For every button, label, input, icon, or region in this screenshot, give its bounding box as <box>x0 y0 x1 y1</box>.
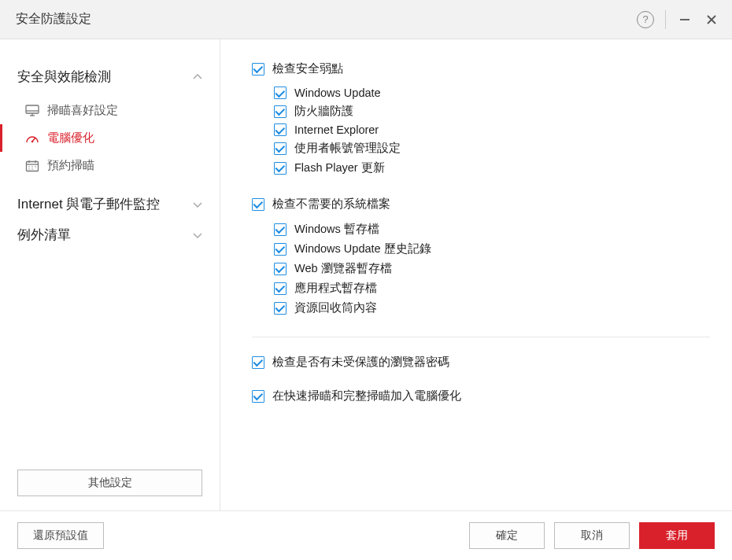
sidebar-section-title: 安全與效能檢測 <box>17 68 111 86</box>
check-label: 在快速掃瞄和完整掃瞄加入電腦優化 <box>272 389 461 403</box>
sidebar-item-scheduled-scan[interactable]: 預約掃瞄 <box>0 152 220 179</box>
help-icon[interactable]: ? <box>637 11 654 28</box>
svg-point-14 <box>31 166 32 167</box>
chevron-up-icon <box>193 72 202 82</box>
check-label: Internet Explorer <box>294 123 379 136</box>
sidebar-section-title: Internet 與電子郵件監控 <box>17 195 160 213</box>
sidebar-item-scan-preferences[interactable]: 掃瞄喜好設定 <box>0 97 220 124</box>
check-group-security-weakness: 檢查安全弱點 Windows Update 防火牆防護 Internet Exp… <box>252 61 710 178</box>
ok-button[interactable]: 確定 <box>469 522 545 549</box>
check-label: 應用程式暫存檔 <box>294 281 377 296</box>
other-settings-button[interactable]: 其他設定 <box>17 470 202 496</box>
sidebar-item-pc-optimization[interactable]: 電腦優化 <box>0 124 220 152</box>
restore-defaults-button[interactable]: 還原預設值 <box>17 522 104 549</box>
apply-button[interactable]: 套用 <box>639 522 715 549</box>
checkbox-internet-explorer[interactable] <box>274 123 287 136</box>
content-panel: 檢查安全弱點 Windows Update 防火牆防護 Internet Exp… <box>220 39 732 510</box>
svg-point-17 <box>31 168 32 169</box>
check-label: 資源回收筒內容 <box>294 300 377 315</box>
checkbox-windows-update[interactable] <box>274 87 287 99</box>
check-label: 檢查安全弱點 <box>272 61 343 76</box>
chevron-down-icon <box>193 200 202 209</box>
footer: 還原預設值 確定 取消 套用 <box>0 510 732 560</box>
checkbox-windows-temp[interactable] <box>274 223 287 236</box>
checkbox-security-weakness[interactable] <box>252 63 264 76</box>
check-label: 檢查是否有未受保護的瀏覽器密碼 <box>272 355 449 370</box>
svg-point-16 <box>28 168 29 169</box>
svg-point-13 <box>28 166 29 167</box>
checkbox-user-account[interactable] <box>274 142 287 155</box>
calendar-icon <box>25 159 39 173</box>
monitor-icon <box>25 104 39 118</box>
sidebar: 安全與效能檢測 掃瞄喜好設定 <box>0 39 220 510</box>
sidebar-item-label: 預約掃瞄 <box>47 158 94 173</box>
titlebar: 安全防護設定 ? <box>0 0 732 39</box>
minimize-button[interactable] <box>677 12 693 28</box>
check-group-unnecessary-files: 檢查不需要的系統檔案 Windows 暫存檔 Windows Update 歷史… <box>252 197 710 318</box>
sidebar-section-security-performance[interactable]: 安全與效能檢測 <box>0 61 220 92</box>
checkbox-add-to-scans[interactable] <box>252 390 264 403</box>
check-label: 檢查不需要的系統檔案 <box>272 197 390 212</box>
separator <box>252 337 710 337</box>
check-label: 使用者帳號管理設定 <box>294 141 401 156</box>
checkbox-unnecessary-files[interactable] <box>252 198 264 211</box>
svg-point-8 <box>31 140 34 142</box>
sidebar-section-exceptions[interactable]: 例外清單 <box>0 219 220 250</box>
sidebar-section-title: 例外清單 <box>17 226 71 244</box>
close-button[interactable] <box>704 12 719 28</box>
checkbox-windows-update-history[interactable] <box>274 243 287 256</box>
cancel-button[interactable]: 取消 <box>554 522 630 549</box>
svg-point-15 <box>35 166 35 167</box>
check-label: Windows Update 歷史記錄 <box>294 241 431 256</box>
check-label: Windows Update <box>294 87 381 99</box>
sidebar-section-internet-email[interactable]: Internet 與電子郵件監控 <box>0 189 220 219</box>
check-label: Flash Player 更新 <box>294 160 385 175</box>
checkbox-recycle-bin[interactable] <box>274 302 287 315</box>
window-title: 安全防護設定 <box>13 11 637 28</box>
checkbox-web-browser-temp[interactable] <box>274 263 287 275</box>
svg-rect-3 <box>26 105 39 113</box>
checkbox-flash-player[interactable] <box>274 162 287 175</box>
chevron-down-icon <box>193 230 202 240</box>
sidebar-item-label: 掃瞄喜好設定 <box>47 103 118 118</box>
titlebar-divider <box>665 10 666 29</box>
check-label: Windows 暫存檔 <box>294 222 379 237</box>
checkbox-app-temp[interactable] <box>274 282 287 295</box>
check-label: 防火牆防護 <box>294 104 353 119</box>
checkbox-unprotected-passwords[interactable] <box>252 356 264 369</box>
sidebar-item-label: 電腦優化 <box>47 131 94 146</box>
gauge-icon <box>25 131 39 146</box>
checkbox-firewall[interactable] <box>274 105 287 118</box>
check-label: Web 瀏覽器暫存檔 <box>294 261 392 276</box>
